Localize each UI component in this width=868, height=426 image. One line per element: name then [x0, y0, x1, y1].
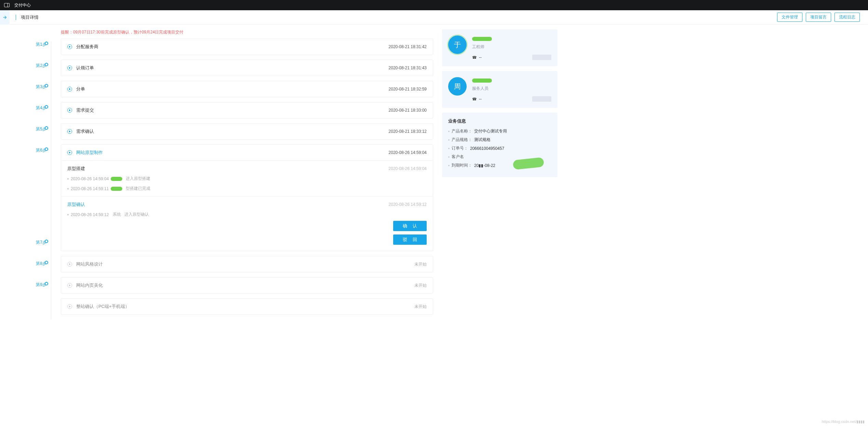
step-card-time: 未开始	[414, 283, 427, 288]
step-label-8: 第8步	[16, 261, 61, 282]
biz-heading: 业务信息	[448, 118, 551, 124]
step-label-7: 第7步	[16, 240, 61, 261]
step-card-title: 需求提交	[76, 107, 94, 113]
sub-section: 原型搭建2020-08-26 14:59:042020-08-26 14:59:…	[61, 160, 433, 196]
page-body: 第1步第2步第3步第4步第5步第6步第7步第8步第9步 提醒：09月07日17:…	[0, 25, 868, 320]
step-card-time: 未开始	[414, 304, 427, 310]
redacted-badge	[532, 96, 551, 102]
contact-info: 工程师--	[472, 36, 551, 60]
biz-row: 订单号：206661004950457	[448, 145, 551, 151]
sub-section-time: 2020-08-26 14:59:04	[389, 166, 427, 171]
contact-info: 服务人员--	[472, 77, 551, 102]
step-label-6: 第6步	[16, 147, 61, 240]
step-card-9[interactable]: 整站确认（PC端+手机端）未开始	[61, 298, 433, 315]
flow-log-button[interactable]: 流程日志	[835, 13, 860, 22]
phone-icon	[472, 55, 477, 60]
page-title: 项目详情	[21, 14, 39, 20]
step-card-title: 分单	[76, 86, 85, 92]
breadcrumb-separator	[16, 15, 16, 20]
contact-phone: --	[472, 96, 551, 102]
play-circle-icon	[67, 304, 72, 309]
log-entry: 2020-08-26 14:59:12系统进入原型确认	[67, 212, 427, 217]
biz-row: 产品名称：交付中心测试专用	[448, 128, 551, 134]
avatar: 周	[448, 77, 467, 96]
step-card-1[interactable]: 分配服务商2020-08-21 18:31:42	[61, 39, 433, 55]
top-bar: 交付中心	[0, 0, 868, 10]
step-rail: 第1步第2步第3步第4步第5步第6步第7步第8步第9步	[16, 29, 61, 320]
play-circle-icon	[67, 262, 72, 267]
step-card-8[interactable]: 网站内页美化未开始	[61, 277, 433, 294]
step-card-title: 网站原型制作	[76, 150, 103, 156]
right-column: 于工程师--周服务人员-- 业务信息 产品名称：交付中心测试专用产品规格：测试规…	[442, 29, 568, 320]
contact-role: 工程师	[472, 44, 551, 50]
project-msg-button[interactable]: 项目留言	[806, 13, 831, 22]
page-icon	[0, 10, 10, 25]
redacted-smear-icon	[472, 37, 492, 41]
log-entry: 2020-08-26 14:59:04进入原型搭建	[67, 176, 427, 182]
step-card-title: 认领订单	[76, 65, 94, 71]
header-actions: 文件管理 项目留言 流程日志	[777, 13, 868, 22]
step-card-time: 未开始	[414, 261, 427, 267]
sub-section: 原型确认2020-08-26 14:59:122020-08-26 14:59:…	[61, 196, 433, 222]
card-actions: 确 认驳 回	[61, 221, 433, 251]
step-card-time: 2020-08-21 18:31:43	[389, 66, 427, 70]
sub-header: 项目详情 文件管理 项目留言 流程日志	[0, 10, 868, 25]
play-circle-icon	[67, 108, 72, 113]
sub-section-title: 原型确认	[67, 201, 85, 208]
step-card-time: 2020-08-21 18:33:00	[389, 108, 427, 113]
step-label-9: 第9步	[16, 282, 61, 303]
step-card-title: 网站风格设计	[76, 261, 103, 267]
redacted-smear-icon	[111, 187, 122, 191]
step-card-4[interactable]: 需求提交2020-08-21 18:33:00	[61, 102, 433, 118]
contact-role: 服务人员	[472, 86, 551, 91]
log-entry: 2020-08-26 14:59:11型搭建已完成	[67, 186, 427, 191]
step-card-title: 网站内页美化	[76, 282, 103, 288]
step-card-time: 2020-08-21 18:31:42	[389, 44, 427, 49]
step-card-time: 2020-08-21 18:32:59	[389, 87, 427, 91]
step-label-2: 第2步	[16, 63, 61, 84]
play-circle-icon	[67, 44, 72, 49]
step-label-4: 第4步	[16, 105, 61, 126]
redacted-smear-icon	[472, 79, 492, 83]
step-card-title: 分配服务商	[76, 44, 98, 50]
step-label-1: 第1步	[16, 42, 61, 63]
phone-icon	[472, 97, 477, 101]
contact-card-2: 周服务人员--	[442, 71, 557, 108]
reject-button[interactable]: 驳 回	[393, 235, 427, 245]
contact-phone: --	[472, 55, 551, 60]
step-card-2[interactable]: 认领订单2020-08-21 18:31:43	[61, 60, 433, 76]
contact-card-1: 于工程师--	[442, 29, 557, 66]
step-card-7[interactable]: 网站风格设计未开始	[61, 256, 433, 272]
confirm-button[interactable]: 确 认	[393, 221, 427, 231]
step-card-6[interactable]: 网站原型制作2020-08-26 14:59:04原型搭建2020-08-26 …	[61, 144, 433, 251]
redacted-smear-icon	[111, 177, 122, 181]
reminder-text: 提醒：09月07日17:30前完成原型确认，预计09月24日完成项目交付	[61, 29, 433, 39]
app-title: 交付中心	[14, 2, 31, 8]
play-circle-icon	[67, 150, 72, 155]
avatar: 于	[448, 36, 467, 54]
sub-section-title: 原型搭建	[67, 166, 85, 172]
play-circle-icon	[67, 66, 72, 70]
step-card-5[interactable]: 需求确认2020-08-21 18:33:12	[61, 123, 433, 140]
app-logo-icon	[4, 3, 10, 7]
main-column: 提醒：09月07日17:30前完成原型确认，预计09月24日完成项目交付 分配服…	[61, 29, 433, 320]
step-card-time: 2020-08-26 14:59:04	[389, 150, 427, 155]
play-circle-icon	[67, 283, 72, 288]
play-circle-icon	[67, 129, 72, 134]
play-circle-icon	[67, 87, 72, 91]
step-card-3[interactable]: 分单2020-08-21 18:32:59	[61, 81, 433, 97]
step-label-5: 第5步	[16, 126, 61, 147]
step-card-time: 2020-08-21 18:33:12	[389, 129, 427, 134]
file-mgmt-button[interactable]: 文件管理	[777, 13, 802, 22]
step-card-title: 整站确认（PC端+手机端）	[76, 303, 129, 310]
step-card-title: 需求确认	[76, 128, 94, 134]
sub-section-time: 2020-08-26 14:59:12	[389, 202, 427, 207]
biz-row: 产品规格：测试规格	[448, 137, 551, 143]
biz-info-card: 业务信息 产品名称：交付中心测试专用产品规格：测试规格订单号：206661004…	[442, 113, 557, 177]
redacted-badge	[532, 55, 551, 60]
step-label-3: 第3步	[16, 84, 61, 105]
